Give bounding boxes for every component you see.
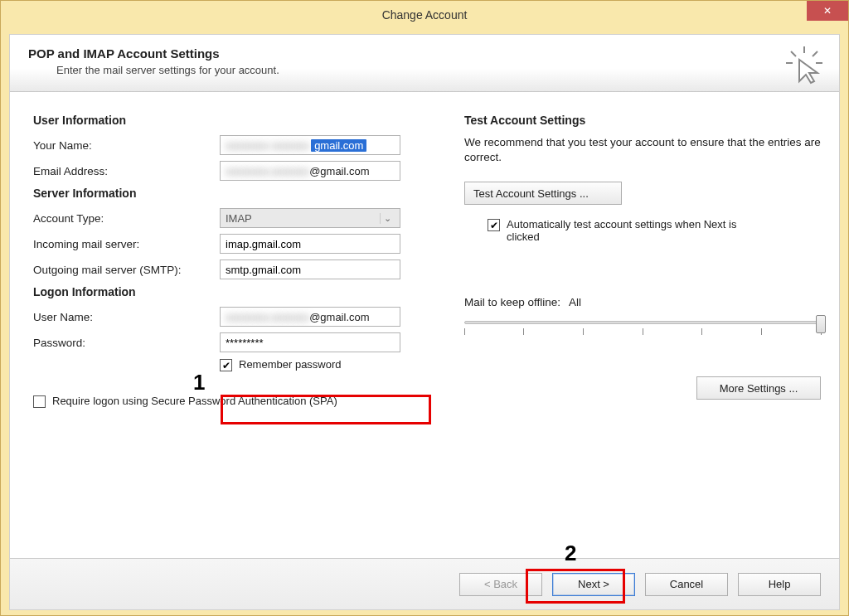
dialog-client: POP and IMAP Account Settings Enter the … [9,34,840,610]
section-logon-info: Logon Information [33,285,431,298]
dialog-subtitle: Enter the mail server settings for your … [56,64,821,76]
label-incoming: Incoming mail server: [33,238,220,250]
section-test-title: Test Account Settings [464,114,821,127]
mail-offline-slider[interactable] [464,315,821,338]
require-spa-checkbox[interactable] [33,395,46,408]
incoming-input[interactable] [220,234,400,254]
password-input[interactable] [220,332,400,352]
slider-thumb[interactable] [816,315,826,333]
label-your-name: Your Name: [33,139,220,152]
email-blurred: xxxxxxxx.xxxxxxx [226,165,309,177]
row-remember-password: Remember password [220,358,431,371]
next-button[interactable]: Next > [552,573,635,596]
label-email: Email Address: [33,165,220,177]
cancel-button[interactable]: Cancel [645,573,728,596]
more-settings-button[interactable]: More Settings ... [696,376,821,400]
svg-line-2 [813,51,817,56]
row-your-name: Your Name: xxxxxxxx xxxxxxx gmail.com [33,135,431,155]
dialog-title: POP and IMAP Account Settings [28,46,821,61]
titlebar: Change Account ✕ [1,1,848,29]
right-column: Test Account Settings We recommend that … [464,109,821,408]
help-button[interactable]: Help [738,573,821,596]
row-auto-test: Automatically test account settings when… [488,218,821,243]
svg-line-1 [791,51,796,56]
close-button[interactable]: ✕ [807,1,848,21]
your-name-blurred: xxxxxxxx xxxxxxx [226,139,309,152]
dialog-header: POP and IMAP Account Settings Enter the … [10,35,839,92]
mail-offline-group: Mail to keep offline: All [464,296,821,338]
section-server-info: Server Information [33,187,431,200]
row-email: Email Address: xxxxxxxx.xxxxxxx @gmail.c… [33,161,431,181]
test-description: We recommend that you test your account … [464,135,821,165]
label-account-type: Account Type: [33,212,220,225]
row-outgoing: Outgoing mail server (SMTP): [33,259,431,279]
left-column: User Information Your Name: xxxxxxxx xxx… [33,109,431,408]
outgoing-input[interactable] [220,259,400,279]
account-type-select[interactable]: IMAP ⌄ [220,208,400,228]
dialog-body: User Information Your Name: xxxxxxxx xxx… [10,92,839,424]
user-name-blurred: xxxxxxxx.xxxxxxx [226,311,309,323]
user-name-suffix: @gmail.com [309,311,369,323]
label-outgoing: Outgoing mail server (SMTP): [33,264,220,276]
label-require-spa: Require logon using Secure Password Auth… [52,395,337,407]
account-type-value: IMAP [226,212,252,225]
chevron-down-icon: ⌄ [380,213,395,224]
email-suffix: @gmail.com [309,165,369,177]
row-password: Password: [33,332,431,352]
email-input[interactable]: xxxxxxxx.xxxxxxx @gmail.com [220,161,400,181]
label-password: Password: [33,337,220,349]
your-name-suffix: gmail.com [311,139,366,152]
label-user-name: User Name: [33,311,220,323]
close-icon: ✕ [823,5,832,17]
row-user-name: User Name: xxxxxxxx.xxxxxxx @gmail.com [33,307,431,327]
auto-test-checkbox[interactable] [488,219,500,231]
label-remember-password: Remember password [239,358,342,371]
remember-password-checkbox[interactable] [220,359,232,371]
your-name-input[interactable]: xxxxxxxx xxxxxxx gmail.com [220,135,400,155]
label-auto-test: Automatically test account settings when… [507,218,772,243]
window-frame: Change Account ✕ POP and IMAP Account Se… [0,0,849,616]
back-button[interactable]: < Back [459,573,542,596]
row-incoming: Incoming mail server: [33,234,431,254]
window-title: Change Account [382,8,468,22]
mail-offline-value: All [569,296,581,308]
dialog-footer: < Back Next > Cancel Help [10,558,839,609]
section-user-info: User Information [33,114,431,127]
wizard-cursor-icon [784,45,824,85]
slider-track [464,321,821,324]
label-mail-offline: Mail to keep offline: [464,296,560,308]
row-account-type: Account Type: IMAP ⌄ [33,208,431,228]
row-require-spa: Require logon using Secure Password Auth… [33,395,431,408]
user-name-input[interactable]: xxxxxxxx.xxxxxxx @gmail.com [220,307,400,327]
test-account-button[interactable]: Test Account Settings ... [464,182,622,205]
